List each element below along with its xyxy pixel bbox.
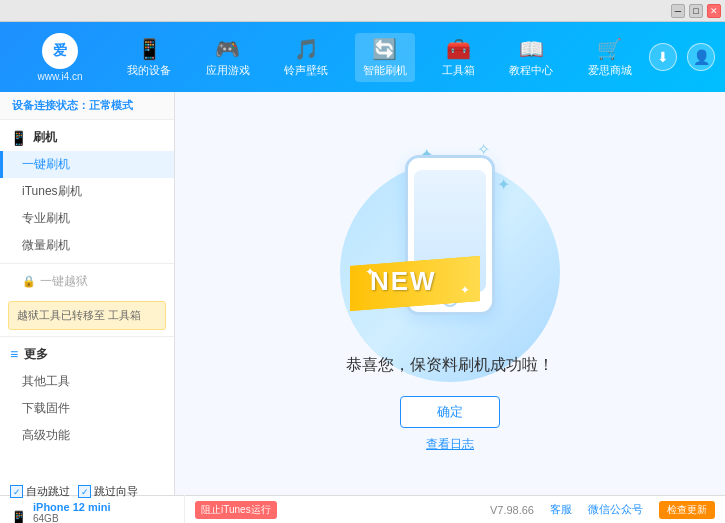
log-link[interactable]: 查看日志 bbox=[426, 436, 474, 453]
device-status: 设备连接状态：正常模式 bbox=[0, 92, 174, 120]
flash-section-icon: 📱 bbox=[10, 130, 27, 146]
sidebar-item-pro-flash[interactable]: 专业刷机 bbox=[0, 205, 174, 232]
nav-label-my-device: 我的设备 bbox=[127, 63, 171, 78]
nav-toolbox[interactable]: 🧰 工具箱 bbox=[434, 33, 483, 82]
more-section-label: 更多 bbox=[24, 346, 48, 363]
close-btn[interactable]: ✕ bbox=[707, 4, 721, 18]
guide-skip-checkbox-item[interactable]: ✓ 跳过向导 bbox=[78, 484, 138, 499]
status-value: 正常模式 bbox=[89, 99, 133, 111]
maximize-btn[interactable]: □ bbox=[689, 4, 703, 18]
check-update-btn[interactable]: 检查更新 bbox=[659, 501, 715, 519]
nav-icon-ringtones: 🎵 bbox=[294, 37, 319, 61]
header-right: ⬇ 👤 bbox=[649, 43, 715, 71]
nav-label-tutorial: 教程中心 bbox=[509, 63, 553, 78]
device-storage: 64GB bbox=[33, 513, 114, 523]
phone-illustration: ✦ ✧ ✦ ✦ bbox=[360, 135, 540, 335]
svg-text:✦: ✦ bbox=[365, 265, 375, 279]
sidebar-item-one-key-flash[interactable]: 一键刷机 bbox=[0, 151, 174, 178]
nav-icon-store: 🛒 bbox=[597, 37, 622, 61]
bottom-center: 阻止iTunes运行 bbox=[185, 501, 287, 519]
device-icon: 📱 bbox=[10, 510, 27, 523]
guide-skip-label: 跳过向导 bbox=[94, 484, 138, 499]
nav-my-device[interactable]: 📱 我的设备 bbox=[119, 33, 179, 82]
sidebar: 设备连接状态：正常模式 📱 刷机 一键刷机 iTunes刷机 专业刷机 微量刷机… bbox=[0, 92, 175, 495]
confirm-button[interactable]: 确定 bbox=[400, 396, 500, 428]
auto-jump-checkbox-item[interactable]: ✓ 自动跳过 bbox=[10, 484, 70, 499]
user-btn[interactable]: 👤 bbox=[687, 43, 715, 71]
sidebar-section-header-flash: 📱 刷机 bbox=[0, 124, 174, 151]
wechat-link[interactable]: 微信公众号 bbox=[588, 502, 643, 517]
sidebar-item-jailbreak: 🔒 一键越狱 bbox=[0, 268, 174, 295]
sidebar-item-advanced[interactable]: 高级功能 bbox=[0, 422, 174, 449]
header: 爱 www.i4.cn 📱 我的设备 🎮 应用游戏 🎵 铃声壁纸 🔄 智能刷机 … bbox=[0, 22, 725, 92]
star-decoration-3: ✦ bbox=[497, 175, 510, 194]
nav-icon-toolbox: 🧰 bbox=[446, 37, 471, 61]
sidebar-item-download-firmware[interactable]: 下载固件 bbox=[0, 395, 174, 422]
nav-store[interactable]: 🛒 爱思商城 bbox=[580, 33, 640, 82]
nav-apps-games[interactable]: 🎮 应用游戏 bbox=[198, 33, 258, 82]
bottom-checkboxes: ✓ 自动跳过 ✓ 跳过向导 bbox=[10, 484, 176, 499]
nav-ringtones[interactable]: 🎵 铃声壁纸 bbox=[276, 33, 336, 82]
svg-text:✦: ✦ bbox=[460, 283, 470, 297]
nav-icon-apps-games: 🎮 bbox=[215, 37, 240, 61]
nav-label-apps-games: 应用游戏 bbox=[206, 63, 250, 78]
new-ribbon-svg: NEW ✦ ✦ bbox=[350, 256, 480, 311]
device-info: 📱 iPhone 12 mini 64GB Down-12mini-13,1 bbox=[10, 501, 176, 523]
title-bar: ─ □ ✕ bbox=[0, 0, 725, 22]
lock-icon: 🔒 bbox=[22, 275, 36, 288]
nav-label-ringtones: 铃声壁纸 bbox=[284, 63, 328, 78]
auto-jump-label: 自动跳过 bbox=[26, 484, 70, 499]
bottom-left-area: ✓ 自动跳过 ✓ 跳过向导 📱 iPhone 12 mini 64GB Down… bbox=[10, 484, 185, 523]
logo-area[interactable]: 爱 www.i4.cn bbox=[10, 33, 110, 82]
nav-label-toolbox: 工具箱 bbox=[442, 63, 475, 78]
nav-bar: 📱 我的设备 🎮 应用游戏 🎵 铃声壁纸 🔄 智能刷机 🧰 工具箱 📖 教程中心… bbox=[110, 33, 649, 82]
new-banner-wrapper: NEW ✦ ✦ bbox=[350, 256, 480, 315]
nav-tutorial[interactable]: 📖 教程中心 bbox=[501, 33, 561, 82]
status-label: 设备连接状态： bbox=[12, 99, 89, 111]
stop-itunes-btn[interactable]: 阻止iTunes运行 bbox=[195, 501, 277, 519]
flash-section-label: 刷机 bbox=[33, 129, 57, 146]
content-area: ✦ ✧ ✦ ✦ bbox=[175, 92, 725, 495]
nav-icon-my-device: 📱 bbox=[137, 37, 162, 61]
version-label: V7.98.66 bbox=[490, 504, 534, 516]
sidebar-item-micro-flash[interactable]: 微量刷机 bbox=[0, 232, 174, 259]
sidebar-section-header-more: ≡ 更多 bbox=[0, 341, 174, 368]
sidebar-divider-2 bbox=[0, 336, 174, 337]
guide-skip-checkbox[interactable]: ✓ bbox=[78, 485, 91, 498]
nav-label-smart-flash: 智能刷机 bbox=[363, 63, 407, 78]
main-area: 设备连接状态：正常模式 📱 刷机 一键刷机 iTunes刷机 专业刷机 微量刷机… bbox=[0, 92, 725, 495]
minimize-btn[interactable]: ─ bbox=[671, 4, 685, 18]
logo-icon: 爱 bbox=[42, 33, 78, 69]
nav-label-store: 爱思商城 bbox=[588, 63, 632, 78]
service-link[interactable]: 客服 bbox=[550, 502, 572, 517]
bottom-bar: ✓ 自动跳过 ✓ 跳过向导 📱 iPhone 12 mini 64GB Down… bbox=[0, 495, 725, 523]
bottom-right: V7.98.66 客服 微信公众号 检查更新 bbox=[287, 501, 715, 519]
sidebar-item-itunes-flash[interactable]: iTunes刷机 bbox=[0, 178, 174, 205]
nav-smart-flash[interactable]: 🔄 智能刷机 bbox=[355, 33, 415, 82]
sidebar-divider-1 bbox=[0, 263, 174, 264]
sidebar-item-other-tools[interactable]: 其他工具 bbox=[0, 368, 174, 395]
more-section-icon: ≡ bbox=[10, 346, 18, 362]
svg-text:NEW: NEW bbox=[370, 266, 437, 296]
download-btn[interactable]: ⬇ bbox=[649, 43, 677, 71]
device-name: iPhone 12 mini bbox=[33, 501, 114, 513]
auto-jump-checkbox[interactable]: ✓ bbox=[10, 485, 23, 498]
sidebar-section-flash: 📱 刷机 一键刷机 iTunes刷机 专业刷机 微量刷机 🔒 一键越狱 越狱工具 bbox=[0, 120, 174, 453]
nav-icon-tutorial: 📖 bbox=[519, 37, 544, 61]
jailbreak-info-box: 越狱工具已转移至 工具箱 bbox=[8, 301, 166, 330]
logo-url: www.i4.cn bbox=[37, 71, 82, 82]
content-inner: ✦ ✧ ✦ ✦ bbox=[346, 135, 554, 453]
device-details-wrapper: iPhone 12 mini 64GB Down-12mini-13,1 bbox=[33, 501, 114, 523]
success-message: 恭喜您，保资料刷机成功啦！ bbox=[346, 355, 554, 376]
nav-icon-smart-flash: 🔄 bbox=[372, 37, 397, 61]
